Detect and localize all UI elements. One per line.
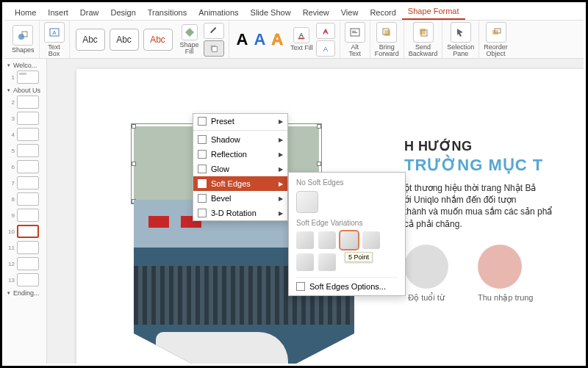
slide-thumb[interactable] bbox=[17, 128, 39, 141]
menu-shadow[interactable]: Shadow▶ bbox=[193, 132, 287, 147]
slide-thumb[interactable] bbox=[17, 241, 39, 254]
slide-thumb[interactable] bbox=[17, 160, 39, 173]
slide-paragraph: ột thương hiệu thời trang Nhật Bả ới Uni… bbox=[404, 182, 584, 230]
menu-3d-rotation[interactable]: 3-D Rotation▶ bbox=[193, 206, 287, 220]
slide-thumb[interactable] bbox=[17, 95, 39, 109]
textbox-button[interactable]: A bbox=[44, 22, 65, 43]
tab-record[interactable]: Record bbox=[364, 6, 401, 20]
menu-preset[interactable]: Preset▶ bbox=[193, 114, 287, 129]
shape-outline-button[interactable] bbox=[204, 23, 224, 39]
send-backward-label: Send Backward bbox=[409, 44, 438, 57]
tab-insert[interactable]: Insert bbox=[42, 6, 74, 20]
svg-text:A: A bbox=[323, 26, 329, 35]
reorder-objects-label: Reorder Object bbox=[484, 44, 508, 57]
shape-style-2[interactable]: Abc bbox=[110, 29, 139, 51]
svg-text:A: A bbox=[323, 44, 329, 52]
textbox-label: Text Box bbox=[48, 44, 60, 57]
slide-thumb[interactable] bbox=[17, 192, 39, 206]
slide-canvas[interactable]: H HƯỚNG TRƯỜNG MỤC T ột thương hiệu thời… bbox=[47, 59, 584, 364]
svg-rect-7 bbox=[298, 38, 305, 40]
slide-thumb[interactable] bbox=[17, 112, 39, 125]
svg-rect-5 bbox=[212, 46, 217, 51]
svg-rect-12 bbox=[352, 32, 357, 33]
menu-glow[interactable]: Glow▶ bbox=[193, 162, 287, 176]
section-ending[interactable]: ▾Ending... bbox=[4, 286, 46, 298]
soft-edge-variation[interactable] bbox=[296, 253, 314, 271]
tab-shape-format[interactable]: Shape Format bbox=[402, 4, 465, 20]
section-welcome[interactable]: ▾Welco... bbox=[4, 59, 46, 71]
reorder-objects-button[interactable] bbox=[486, 22, 506, 43]
slide-text-block: H HƯỚNG TRƯỜNG MỤC T ột thương hiệu thời… bbox=[404, 138, 584, 303]
soft-edge-variation-selected[interactable] bbox=[340, 231, 358, 249]
slide-circle-image-1 bbox=[404, 245, 448, 289]
slide-caption-2: Thu nhập trung bbox=[478, 293, 534, 303]
tab-view[interactable]: View bbox=[335, 6, 365, 20]
slide-thumb[interactable] bbox=[17, 257, 39, 270]
text-fill-label: Text Fill bbox=[290, 45, 313, 51]
svg-text:A: A bbox=[300, 32, 304, 39]
soft-edge-variation[interactable] bbox=[318, 253, 336, 271]
slide-thumb[interactable] bbox=[17, 273, 39, 286]
text-effects-button[interactable]: A bbox=[316, 40, 335, 57]
shapes-gallery-button[interactable] bbox=[12, 25, 33, 46]
menu-soft-edges[interactable]: Soft Edges▶ bbox=[193, 176, 287, 191]
tab-review[interactable]: Review bbox=[297, 6, 335, 20]
slide-thumbnail-panel: ▾Welco... 1 ▾About Us 2 3 4 5 6 7 8 9 10… bbox=[4, 59, 47, 364]
alt-text-label: Alt Text bbox=[348, 44, 361, 57]
svg-rect-15 bbox=[420, 29, 426, 35]
alt-text-button[interactable] bbox=[345, 22, 365, 43]
soft-edges-options[interactable]: Soft Edges Options... bbox=[296, 277, 398, 291]
shape-effects-menu: Preset▶ Shadow▶ Reflection▶ Glow▶ Soft E… bbox=[193, 113, 288, 221]
soft-edge-variation[interactable] bbox=[362, 231, 380, 249]
tab-slideshow[interactable]: Slide Show bbox=[245, 6, 297, 20]
slide-caption-1: Độ tuổi từ bbox=[404, 293, 448, 303]
text-fill-button[interactable]: A bbox=[293, 27, 309, 43]
svg-rect-17 bbox=[492, 30, 498, 35]
tab-animations[interactable]: Animations bbox=[193, 6, 244, 20]
slide-heading-1: H HƯỚNG bbox=[404, 138, 584, 154]
wordart-style-1[interactable]: A bbox=[234, 30, 251, 49]
menu-bevel[interactable]: Bevel▶ bbox=[193, 191, 287, 206]
svg-text:A: A bbox=[52, 29, 57, 36]
no-soft-edges-swatch[interactable] bbox=[296, 191, 318, 213]
slide-heading-2: TRƯỜNG MỤC T bbox=[404, 156, 584, 175]
tooltip: 5 Point bbox=[345, 252, 373, 262]
svg-rect-13 bbox=[384, 30, 390, 36]
slide-thumb[interactable] bbox=[17, 209, 39, 222]
soft-edges-flyout: No Soft Edges Soft Edge Variations 5 Poi… bbox=[288, 172, 406, 296]
tab-draw[interactable]: Draw bbox=[74, 6, 105, 20]
soft-edge-variation[interactable] bbox=[318, 231, 336, 249]
ribbon: Shapes A Text Box Abc Abc Abc Shape Fill bbox=[4, 21, 584, 59]
bring-forward-label: Bring Forward bbox=[375, 44, 399, 57]
section-about[interactable]: ▾About Us bbox=[4, 84, 46, 95]
ribbon-tabs: Home Insert Draw Design Transitions Anim… bbox=[4, 4, 584, 21]
slide-thumb-selected[interactable] bbox=[17, 225, 39, 238]
flyout-no-soft-edges-label: No Soft Edges bbox=[296, 178, 398, 187]
tab-design[interactable]: Design bbox=[105, 6, 142, 20]
svg-rect-11 bbox=[352, 31, 356, 32]
shape-style-3[interactable]: Abc bbox=[143, 29, 173, 51]
shapes-label: Shapes bbox=[12, 47, 35, 54]
soft-edge-variation[interactable] bbox=[296, 231, 314, 249]
tab-transitions[interactable]: Transitions bbox=[142, 6, 193, 20]
wordart-style-2[interactable]: A bbox=[251, 30, 268, 49]
slide-thumb[interactable] bbox=[17, 71, 39, 84]
slide-thumb[interactable] bbox=[17, 144, 39, 157]
shape-effects-button[interactable] bbox=[204, 40, 224, 57]
shape-fill-button[interactable] bbox=[182, 24, 198, 40]
flyout-variations-label: Soft Edge Variations bbox=[296, 219, 398, 227]
selection-pane-button[interactable] bbox=[451, 22, 471, 43]
selection-pane-label: Selection Pane bbox=[447, 44, 474, 57]
slide-thumb[interactable] bbox=[17, 176, 39, 190]
wordart-style-3[interactable]: A bbox=[268, 30, 286, 49]
text-outline-button[interactable]: A bbox=[316, 23, 335, 39]
slide-circle-image-2 bbox=[478, 245, 522, 289]
shape-style-1[interactable]: Abc bbox=[76, 29, 105, 51]
bring-forward-button[interactable] bbox=[376, 22, 397, 43]
send-backward-button[interactable] bbox=[413, 22, 434, 43]
shape-fill-label: Shape Fill bbox=[180, 42, 199, 55]
menu-reflection[interactable]: Reflection▶ bbox=[193, 147, 287, 162]
tab-home[interactable]: Home bbox=[9, 6, 42, 20]
